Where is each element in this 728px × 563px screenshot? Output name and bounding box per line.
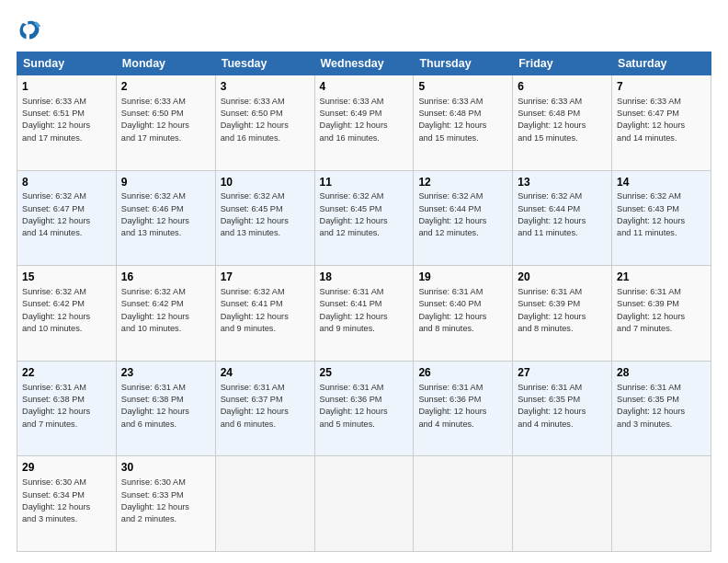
day-number: 3: [221, 79, 310, 95]
day-info: Sunrise: 6:33 AM Sunset: 6:50 PM Dayligh…: [121, 96, 210, 144]
day-number: 24: [221, 365, 310, 381]
day-number: 29: [22, 460, 111, 476]
day-info: Sunrise: 6:31 AM Sunset: 6:35 PM Dayligh…: [617, 382, 706, 431]
day-info: Sunrise: 6:32 AM Sunset: 6:46 PM Dayligh…: [121, 190, 210, 239]
calendar-cell: 12Sunrise: 6:32 AM Sunset: 6:44 PM Dayli…: [414, 170, 513, 266]
calendar-cell: 19Sunrise: 6:31 AM Sunset: 6:40 PM Dayli…: [414, 266, 513, 362]
calendar-cell: 1Sunrise: 6:33 AM Sunset: 6:51 PM Daylig…: [17, 75, 117, 171]
day-number: 11: [320, 175, 409, 190]
calendar-cell: 8Sunrise: 6:32 AM Sunset: 6:47 PM Daylig…: [17, 170, 117, 266]
calendar-cell: [612, 456, 711, 552]
calendar-week-1: 1Sunrise: 6:33 AM Sunset: 6:51 PM Daylig…: [17, 75, 711, 171]
calendar-cell: 24Sunrise: 6:31 AM Sunset: 6:37 PM Dayli…: [215, 361, 314, 456]
day-number: 21: [617, 270, 706, 285]
day-number: 30: [121, 460, 210, 476]
day-number: 16: [121, 270, 210, 285]
day-header-wednesday: Wednesday: [314, 52, 414, 75]
calendar-cell: 21Sunrise: 6:31 AM Sunset: 6:39 PM Dayli…: [612, 266, 711, 362]
day-number: 7: [617, 79, 706, 95]
calendar-cell: 3Sunrise: 6:33 AM Sunset: 6:50 PM Daylig…: [215, 75, 314, 171]
day-info: Sunrise: 6:31 AM Sunset: 6:36 PM Dayligh…: [418, 382, 507, 431]
day-info: Sunrise: 6:32 AM Sunset: 6:45 PM Dayligh…: [221, 190, 310, 239]
calendar-cell: 15Sunrise: 6:32 AM Sunset: 6:42 PM Dayli…: [17, 266, 117, 362]
calendar-week-3: 15Sunrise: 6:32 AM Sunset: 6:42 PM Dayli…: [17, 266, 711, 362]
day-info: Sunrise: 6:30 AM Sunset: 6:33 PM Dayligh…: [121, 477, 210, 525]
day-number: 5: [418, 79, 507, 95]
day-number: 22: [22, 365, 111, 381]
day-info: Sunrise: 6:31 AM Sunset: 6:35 PM Dayligh…: [518, 382, 607, 431]
day-number: 17: [221, 270, 310, 285]
day-info: Sunrise: 6:31 AM Sunset: 6:38 PM Dayligh…: [121, 382, 210, 431]
day-number: 2: [121, 79, 210, 95]
day-header-sunday: Sunday: [17, 52, 117, 75]
calendar-cell: 29Sunrise: 6:30 AM Sunset: 6:34 PM Dayli…: [17, 456, 117, 552]
calendar-cell: [414, 456, 513, 552]
calendar-cell: 27Sunrise: 6:31 AM Sunset: 6:35 PM Dayli…: [513, 361, 612, 456]
day-number: 19: [418, 270, 507, 285]
day-number: 23: [121, 365, 210, 381]
day-info: Sunrise: 6:31 AM Sunset: 6:39 PM Dayligh…: [617, 286, 706, 335]
calendar-cell: 9Sunrise: 6:32 AM Sunset: 6:46 PM Daylig…: [116, 170, 215, 266]
day-header-friday: Friday: [513, 52, 612, 75]
day-header-saturday: Saturday: [612, 52, 711, 75]
day-info: Sunrise: 6:32 AM Sunset: 6:44 PM Dayligh…: [518, 190, 607, 239]
day-number: 26: [418, 365, 507, 381]
day-info: Sunrise: 6:33 AM Sunset: 6:50 PM Dayligh…: [221, 96, 310, 144]
day-header-tuesday: Tuesday: [215, 52, 314, 75]
day-number: 10: [221, 175, 310, 190]
day-info: Sunrise: 6:31 AM Sunset: 6:37 PM Dayligh…: [221, 382, 310, 431]
calendar-cell: 22Sunrise: 6:31 AM Sunset: 6:38 PM Dayli…: [17, 361, 117, 456]
calendar-cell: 17Sunrise: 6:32 AM Sunset: 6:41 PM Dayli…: [215, 266, 314, 362]
calendar-cell: 11Sunrise: 6:32 AM Sunset: 6:45 PM Dayli…: [314, 170, 414, 266]
day-info: Sunrise: 6:30 AM Sunset: 6:34 PM Dayligh…: [22, 477, 111, 525]
day-info: Sunrise: 6:31 AM Sunset: 6:36 PM Dayligh…: [320, 382, 409, 431]
day-number: 6: [518, 79, 607, 95]
calendar-cell: 5Sunrise: 6:33 AM Sunset: 6:48 PM Daylig…: [414, 75, 513, 171]
calendar-cell: [314, 456, 414, 552]
calendar-cell: 10Sunrise: 6:32 AM Sunset: 6:45 PM Dayli…: [215, 170, 314, 266]
day-info: Sunrise: 6:33 AM Sunset: 6:51 PM Dayligh…: [22, 96, 111, 144]
day-number: 14: [617, 175, 706, 190]
day-info: Sunrise: 6:32 AM Sunset: 6:44 PM Dayligh…: [418, 190, 507, 239]
calendar-header-row: SundayMondayTuesdayWednesdayThursdayFrid…: [17, 52, 711, 75]
day-info: Sunrise: 6:31 AM Sunset: 6:41 PM Dayligh…: [320, 286, 409, 335]
day-info: Sunrise: 6:33 AM Sunset: 6:49 PM Dayligh…: [320, 96, 409, 144]
calendar-cell: 13Sunrise: 6:32 AM Sunset: 6:44 PM Dayli…: [513, 170, 612, 266]
page: SundayMondayTuesdayWednesdayThursdayFrid…: [0, 0, 728, 563]
logo: [17, 17, 46, 42]
day-header-thursday: Thursday: [414, 52, 513, 75]
logo-icon: [17, 17, 42, 42]
day-number: 15: [22, 270, 111, 285]
calendar-cell: 30Sunrise: 6:30 AM Sunset: 6:33 PM Dayli…: [116, 456, 215, 552]
day-number: 1: [22, 79, 111, 95]
calendar-cell: 14Sunrise: 6:32 AM Sunset: 6:43 PM Dayli…: [612, 170, 711, 266]
calendar-cell: 4Sunrise: 6:33 AM Sunset: 6:49 PM Daylig…: [314, 75, 414, 171]
day-number: 25: [320, 365, 409, 381]
calendar-week-4: 22Sunrise: 6:31 AM Sunset: 6:38 PM Dayli…: [17, 361, 711, 456]
day-info: Sunrise: 6:31 AM Sunset: 6:38 PM Dayligh…: [22, 382, 111, 431]
day-number: 27: [518, 365, 607, 381]
day-info: Sunrise: 6:33 AM Sunset: 6:48 PM Dayligh…: [418, 96, 507, 144]
calendar-cell: 16Sunrise: 6:32 AM Sunset: 6:42 PM Dayli…: [116, 266, 215, 362]
calendar-cell: 28Sunrise: 6:31 AM Sunset: 6:35 PM Dayli…: [612, 361, 711, 456]
day-number: 8: [22, 175, 111, 190]
day-number: 20: [518, 270, 607, 285]
day-info: Sunrise: 6:32 AM Sunset: 6:42 PM Dayligh…: [121, 286, 210, 335]
calendar-cell: 2Sunrise: 6:33 AM Sunset: 6:50 PM Daylig…: [116, 75, 215, 171]
calendar-cell: 25Sunrise: 6:31 AM Sunset: 6:36 PM Dayli…: [314, 361, 414, 456]
day-info: Sunrise: 6:31 AM Sunset: 6:40 PM Dayligh…: [418, 286, 507, 335]
day-info: Sunrise: 6:32 AM Sunset: 6:42 PM Dayligh…: [22, 286, 111, 335]
calendar-cell: 26Sunrise: 6:31 AM Sunset: 6:36 PM Dayli…: [414, 361, 513, 456]
day-info: Sunrise: 6:32 AM Sunset: 6:43 PM Dayligh…: [617, 190, 706, 239]
day-number: 12: [418, 175, 507, 190]
calendar-cell: 20Sunrise: 6:31 AM Sunset: 6:39 PM Dayli…: [513, 266, 612, 362]
calendar-body: 1Sunrise: 6:33 AM Sunset: 6:51 PM Daylig…: [17, 75, 711, 552]
calendar-cell: 7Sunrise: 6:33 AM Sunset: 6:47 PM Daylig…: [612, 75, 711, 171]
day-header-monday: Monday: [116, 52, 215, 75]
calendar-cell: 6Sunrise: 6:33 AM Sunset: 6:48 PM Daylig…: [513, 75, 612, 171]
day-number: 9: [121, 175, 210, 190]
day-info: Sunrise: 6:31 AM Sunset: 6:39 PM Dayligh…: [518, 286, 607, 335]
calendar-week-5: 29Sunrise: 6:30 AM Sunset: 6:34 PM Dayli…: [17, 456, 711, 552]
calendar: SundayMondayTuesdayWednesdayThursdayFrid…: [17, 52, 711, 552]
day-info: Sunrise: 6:32 AM Sunset: 6:41 PM Dayligh…: [221, 286, 310, 335]
